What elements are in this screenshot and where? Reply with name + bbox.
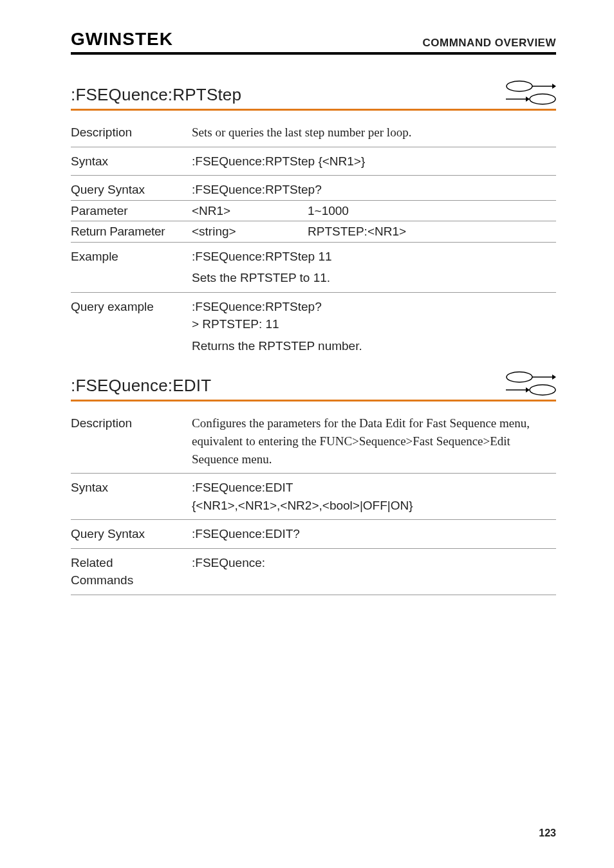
query-example-row: Query example :FSEQuence:RPTStep? > RPTS…	[71, 293, 556, 360]
query-example-note: Returns the RPTSTEP number.	[192, 337, 556, 355]
set-query-icon-stack	[506, 80, 556, 105]
query-icon	[506, 384, 556, 396]
example-code: :FSEQuence:RPTStep 11	[192, 248, 556, 266]
header-divider	[71, 52, 556, 55]
example-row: Example :FSEQuence:RPTStep 11 Sets the R…	[71, 243, 556, 293]
row-value: :FSEQuence:RPTStep? > RPTSTEP: 11 Return…	[192, 298, 556, 355]
svg-marker-10	[526, 387, 530, 392]
query-syntax-row: Query Syntax :FSEQuence:EDIT?	[71, 520, 556, 549]
row-label: Query Syntax	[71, 181, 192, 199]
return-format: RPTSTEP:<NR1>	[308, 223, 556, 241]
row-value: :FSEQuence:RPTStep 11 Sets the RPTSTEP t…	[192, 248, 556, 287]
row-label: Description	[71, 124, 192, 142]
row-label: Return Parameter	[71, 223, 192, 241]
row-label: Query Syntax	[71, 525, 192, 543]
set-query-icon-stack	[506, 371, 556, 396]
brand-logo: GWINSTEK	[71, 29, 173, 50]
row-label: Syntax	[71, 479, 192, 497]
svg-point-11	[530, 385, 555, 395]
return-type: <string>	[192, 223, 308, 241]
row-label: Related Commands	[71, 554, 192, 589]
row-value: :FSEQuence:EDIT?	[192, 525, 556, 543]
row-value: :FSEQuence:RPTStep?	[192, 181, 556, 199]
svg-marker-4	[526, 97, 530, 102]
svg-point-6	[507, 372, 532, 382]
set-icon	[506, 80, 556, 92]
return-parameter-row: Return Parameter <string> RPTSTEP:<NR1>	[71, 221, 556, 243]
command-title-row: :FSEQuence:RPTStep	[71, 80, 556, 105]
command-divider	[71, 400, 556, 402]
set-icon	[506, 371, 556, 383]
row-label: Parameter	[71, 202, 192, 220]
command-title: :FSEQuence:RPTStep	[71, 85, 241, 105]
command-title: :FSEQuence:EDIT	[71, 376, 211, 396]
query-syntax-row: Query Syntax :FSEQuence:RPTStep?	[71, 176, 556, 200]
svg-point-0	[507, 81, 532, 91]
description-row: Description Sets or queries the last ste…	[71, 118, 556, 147]
syntax-row: Syntax :FSEQuence:RPTStep {<NR1>}	[71, 147, 556, 176]
row-label: Syntax	[71, 152, 192, 171]
parameter-row: Parameter <NR1> 1~1000	[71, 201, 556, 221]
row-value: :FSEQuence:EDIT {<NR1>,<NR1>,<NR2>,<bool…	[192, 479, 556, 514]
section-title: COMMNAND OVERVIEW	[423, 37, 556, 50]
svg-marker-2	[552, 84, 556, 89]
parameter-type: <NR1>	[192, 202, 308, 220]
row-value: :FSEQuence:	[192, 554, 556, 572]
syntax-row: Syntax :FSEQuence:EDIT {<NR1>,<NR1>,<NR2…	[71, 474, 556, 520]
svg-marker-8	[552, 374, 556, 380]
query-example-code: :FSEQuence:RPTStep? > RPTSTEP: 11	[192, 298, 556, 333]
row-label: Example	[71, 248, 192, 266]
row-value: Configures the parameters for the Data E…	[192, 414, 556, 468]
row-value: Sets or queries the last step number per…	[192, 124, 556, 142]
page-number: 123	[539, 827, 556, 839]
related-commands-row: Related Commands :FSEQuence:	[71, 549, 556, 595]
svg-point-5	[530, 94, 555, 104]
command-divider	[71, 109, 556, 111]
page-header: GWINSTEK COMMNAND OVERVIEW	[71, 29, 556, 50]
example-note: Sets the RPTSTEP to 11.	[192, 269, 556, 287]
row-label: Description	[71, 414, 192, 432]
query-icon	[506, 93, 556, 105]
description-row: Description Configures the parameters fo…	[71, 409, 556, 474]
parameter-range: 1~1000	[308, 202, 556, 220]
row-label: Query example	[71, 298, 192, 316]
row-value: :FSEQuence:RPTStep {<NR1>}	[192, 152, 556, 171]
command-title-row: :FSEQuence:EDIT	[71, 371, 556, 396]
